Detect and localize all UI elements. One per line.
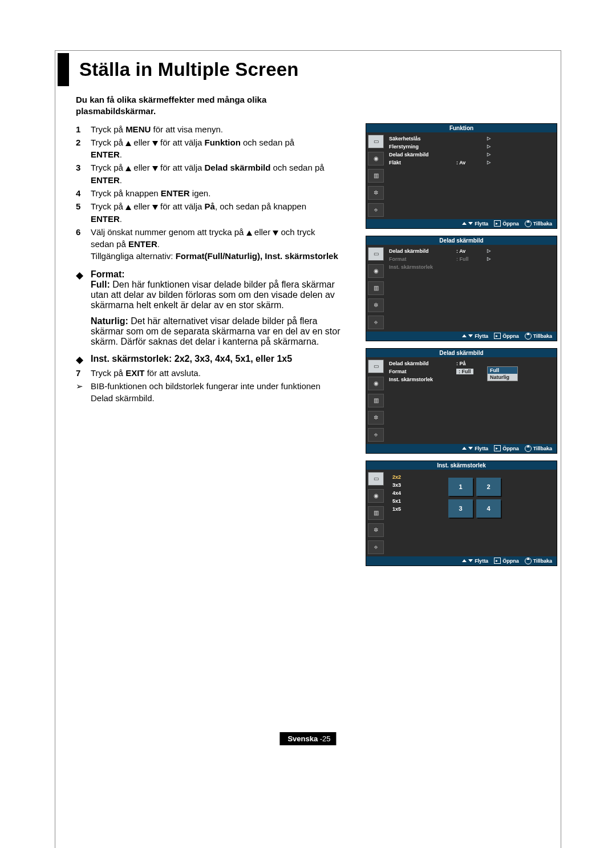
- step-3: 3 Tryck på eller för att välja Delad skä…: [76, 161, 341, 186]
- enter-icon: [494, 445, 501, 451]
- tab-picture-icon: ▭: [368, 247, 384, 261]
- enter-icon: [494, 220, 501, 227]
- step-text: Tryck på eller för att välja Funktion oc…: [91, 136, 341, 161]
- grid-cell: 1: [448, 478, 473, 496]
- tab-channel-icon: ▥: [368, 281, 384, 295]
- osd-footer: Flytta Öppna Tillbaka: [366, 332, 557, 341]
- chevron-right-icon: ▷: [487, 144, 491, 149]
- kw-enter: ENTER: [91, 150, 120, 159]
- tab-input-icon: ⎆: [368, 428, 384, 442]
- grid-cell: 2: [476, 478, 501, 496]
- up-arrow-icon: [246, 231, 252, 236]
- osd-content: 2x2 3x3 4x4 5x1 1x5 1 2 3 4: [386, 470, 557, 556]
- osd-tabs: ▭ ◉ ▥ ✲ ⎆: [366, 357, 386, 444]
- tab-setup-icon: ✲: [368, 186, 384, 200]
- tab-input-icon: ⎆: [368, 540, 384, 554]
- footer-page-number: -25: [320, 734, 331, 743]
- item-flerstyrning: Flerstyrning: [389, 144, 456, 150]
- osd-delad-pa: Delad skärmbild ▭ ◉ ▥ ✲ ⎆ Delad skärmbil…: [366, 348, 557, 454]
- step-text: Välj önskat nummer genom att trycka på e…: [91, 226, 341, 263]
- back-icon: [525, 445, 532, 452]
- tab-setup-icon: ✲: [368, 298, 384, 312]
- chevron-right-icon: ▷: [487, 248, 491, 253]
- osd-footer: Flytta Öppna Tillbaka: [366, 219, 557, 228]
- back-icon: [525, 333, 532, 340]
- item-inst: Inst. skärmstorlek: [389, 377, 456, 382]
- osd-tabs: ▭ ◉ ▥ ✲ ⎆: [366, 132, 386, 219]
- naturlig-para: Naturlig: Det här alternativet visar del…: [91, 316, 341, 347]
- tab-setup-icon: ✲: [368, 523, 384, 537]
- page-title: Ställa in Multiple Screen: [79, 59, 558, 80]
- format-heading: Format: Full: Den här funktionen visar d…: [91, 269, 341, 347]
- step-number: 3: [76, 161, 91, 186]
- chevron-right-icon: ▷: [487, 160, 491, 165]
- kw-exit: EXIT: [125, 368, 144, 378]
- dropdown-option-naturlig: Naturlig: [488, 374, 517, 381]
- kw-funktion: Funktion: [205, 138, 241, 147]
- intro-text: Du kan få olika skärmeffekter med många …: [55, 94, 327, 123]
- tab-channel-icon: ▥: [368, 394, 384, 407]
- enter-icon: [494, 333, 501, 339]
- item-delad: Delad skärmbild: [389, 248, 456, 254]
- up-arrow-icon: [125, 141, 131, 146]
- kw-enter: ENTER: [91, 214, 120, 224]
- down-arrow-icon: [273, 231, 278, 236]
- step-7: 7 Tryck på EXIT för att avsluta.: [76, 367, 341, 379]
- down-arrow-icon: [152, 141, 158, 146]
- grid-cell: 4: [476, 499, 501, 518]
- enter-icon: [494, 558, 501, 564]
- page-footer: Svenska -25: [279, 732, 336, 745]
- step-1: 1 Tryck på MENU för att visa menyn.: [76, 123, 341, 135]
- format-dropdown: Full Naturlig: [487, 366, 518, 381]
- nav-up-icon: [462, 559, 467, 562]
- osd-content: Delad skärmbild: Av▷ Format: Full▷ Inst.…: [386, 245, 557, 332]
- osd-footer: Flytta Öppna Tillbaka: [366, 444, 557, 453]
- osd-delad-av: Delad skärmbild ▭ ◉ ▥ ✲ ⎆ Delad skärmbil…: [366, 236, 557, 341]
- kw-pa: På: [205, 201, 215, 211]
- nav-down-icon: [468, 559, 473, 562]
- item-inst: Inst. skärmstorlek: [389, 264, 456, 270]
- title-bar: Ställa in Multiple Screen: [58, 53, 558, 86]
- nav-up-icon: [462, 334, 467, 337]
- note-icon: ➢: [76, 380, 91, 405]
- back-icon: [525, 220, 532, 227]
- nav-up-icon: [462, 222, 467, 225]
- item-flakt: Fläkt: [389, 160, 456, 165]
- kw-options: Format(Full/Naturlig), Inst. skärmstorle…: [176, 251, 338, 261]
- step-5: 5 Tryck på eller för att välja På, och s…: [76, 200, 341, 225]
- osd-tabs: ▭ ◉ ▥ ✲ ⎆: [366, 245, 386, 332]
- format-section: ◆ Format: Full: Den här funktionen visar…: [76, 269, 341, 366]
- step-text: Tryck på EXIT för att avsluta.: [91, 367, 341, 379]
- back-icon: [525, 558, 532, 564]
- step-6: 6 Välj önskat nummer genom att trycka på…: [76, 226, 341, 263]
- tab-picture-icon: ▭: [368, 135, 384, 148]
- content-columns: 1 Tryck på MENU för att visa menyn. 2 Tr…: [55, 123, 561, 573]
- nav-down-icon: [468, 222, 473, 225]
- note-text: BIB-funktionen och bildstorlek fungerar …: [91, 380, 341, 405]
- chevron-right-icon: ▷: [487, 136, 491, 141]
- kw-enter: ENTER: [161, 188, 190, 198]
- tab-sound-icon: ◉: [368, 489, 384, 503]
- tab-input-icon: ⎆: [368, 203, 384, 217]
- osd-content: Säkerhetslås▷ Flerstyrning▷ Delad skärmb…: [386, 132, 557, 219]
- step-2: 2 Tryck på eller för att välja Funktion …: [76, 136, 341, 161]
- tab-picture-icon: ▭: [368, 472, 384, 486]
- diamond-bullet-icon: ◆: [76, 269, 91, 347]
- note: ➢ BIB-funktionen och bildstorlek fungera…: [76, 380, 341, 405]
- step-text: Tryck på eller för att välja På, och sed…: [91, 200, 341, 225]
- kw-enter: ENTER: [128, 239, 157, 249]
- tab-sound-icon: ◉: [368, 377, 384, 390]
- osd-funktion: Funktion ▭ ◉ ▥ ✲ ⎆ Säkerhetslås▷ Flersty…: [366, 123, 557, 229]
- up-arrow-icon: [125, 205, 131, 210]
- inst-heading: Inst. skärmstorlek: 2x2, 3x3, 4x4, 5x1, …: [91, 354, 341, 366]
- step-text: Tryck på MENU för att visa menyn.: [91, 123, 341, 135]
- steps-list: 1 Tryck på MENU för att visa menyn. 2 Tr…: [76, 123, 341, 263]
- step-text: Tryck på knappen ENTER igen.: [91, 187, 341, 199]
- steps-list-2: 7 Tryck på EXIT för att avsluta.: [76, 367, 341, 379]
- item-delad: Delad skärmbild: [389, 152, 456, 158]
- step-number: 4: [76, 187, 91, 199]
- step-4: 4 Tryck på knappen ENTER igen.: [76, 187, 341, 199]
- grid-cell: 3: [448, 499, 473, 518]
- tab-sound-icon: ◉: [368, 152, 384, 165]
- tab-sound-icon: ◉: [368, 264, 384, 278]
